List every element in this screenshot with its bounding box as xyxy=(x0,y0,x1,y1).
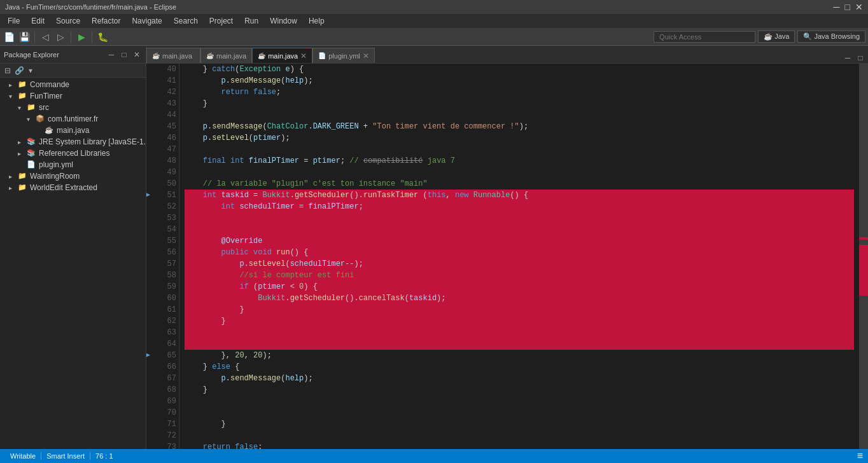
editor-minimize-button[interactable]: ─ xyxy=(843,53,853,63)
gutter-line-53 xyxy=(146,212,154,224)
line-num-71: 71 xyxy=(157,418,176,430)
sidebar-label-commande: Commande xyxy=(30,80,69,89)
code-line-40: } catch(Exception e) { xyxy=(185,64,854,75)
quick-access-input[interactable] xyxy=(654,31,755,43)
code-line-73: return false; xyxy=(185,441,854,449)
editor-maximize-button[interactable]: □ xyxy=(855,53,865,63)
menu-navigate[interactable]: Navigate xyxy=(127,15,167,27)
code-line-44 xyxy=(185,109,854,121)
sidebar-minimize-button[interactable]: ─ xyxy=(106,50,116,60)
sidebar-label-ref-libs: Referenced Libraries xyxy=(39,149,109,158)
lib-icon-ref: 📚 xyxy=(27,149,37,158)
toolbar-debug[interactable]: 🐛 xyxy=(96,31,109,43)
tab-plugin-yml[interactable]: 📄 plugin.yml ✕ xyxy=(312,48,375,63)
menu-project[interactable]: Project xyxy=(204,15,238,27)
toolbar-sep1 xyxy=(34,31,35,43)
toolbar-back[interactable]: ◁ xyxy=(39,31,52,43)
line-num-64: 64 xyxy=(157,338,176,350)
tab-java-icon-2: ☕ xyxy=(206,52,214,59)
gutter-line-67 xyxy=(146,373,154,384)
sidebar-item-plugin-yml[interactable]: 📄 plugin.yml xyxy=(0,159,146,170)
gutter-line-42 xyxy=(146,86,154,98)
tree-arrow-worldedit: ▸ xyxy=(9,184,18,191)
line-num-40: 40 xyxy=(157,64,176,75)
package-icon: 📦 xyxy=(36,114,46,123)
sidebar-item-commande[interactable]: ▸ 📁 Commande xyxy=(0,79,146,90)
toolbar-run[interactable]: ▶ xyxy=(75,31,88,43)
menu-window[interactable]: Window xyxy=(265,15,302,27)
line-num-66: 66 xyxy=(157,361,176,373)
line-num-61: 61 xyxy=(157,304,176,315)
tab-yml-icon: 📄 xyxy=(318,52,326,59)
code-line-47 xyxy=(185,144,854,155)
gutter-line-58 xyxy=(146,270,154,281)
sidebar-item-waiting-room[interactable]: ▸ 📁 WaintingRoom xyxy=(0,170,146,182)
line-num-67: 67 xyxy=(157,373,176,384)
sidebar-item-worldedit[interactable]: ▸ 📁 WorldEdit Extracted xyxy=(0,182,146,193)
toolbar-save[interactable]: 💾 xyxy=(18,31,31,43)
menu-run[interactable]: Run xyxy=(239,15,263,27)
sidebar-item-src[interactable]: ▾ 📁 src xyxy=(0,102,146,113)
tab-main-java-3[interactable]: ☕ main.java ✕ xyxy=(252,48,312,63)
sidebar-item-funtimer[interactable]: ▾ 📁 FunTimer xyxy=(0,90,146,102)
sidebar-label-plugin-yml: plugin.yml xyxy=(39,160,73,169)
gutter-line-48 xyxy=(146,155,154,167)
menu-search[interactable]: Search xyxy=(169,15,203,27)
code-content[interactable]: } catch(Exception e) { p.sendMessage(hel… xyxy=(179,64,859,449)
status-writable: Writable xyxy=(5,452,41,460)
close-button[interactable]: ✕ xyxy=(855,2,863,12)
gutter-line-46 xyxy=(146,132,154,144)
toolbar-forward[interactable]: ▷ xyxy=(54,31,67,43)
perspective-java-browsing[interactable]: 🔍 Java Browsing xyxy=(797,31,865,43)
sidebar-content: ▸ 📁 Commande ▾ 📁 FunTimer ▾ 📁 src ▾ 📦 co… xyxy=(0,78,146,449)
menu-help[interactable]: Help xyxy=(304,15,330,27)
minimize-button[interactable]: ─ xyxy=(834,2,840,12)
menu-source[interactable]: Source xyxy=(51,15,85,27)
window-controls[interactable]: ─ □ ✕ xyxy=(834,2,863,12)
toolbar: 📄 💾 ◁ ▷ ▶ 🐛 ☕ Java 🔍 Java Browsing xyxy=(0,28,868,46)
tree-arrow-jre: ▸ xyxy=(18,139,27,146)
code-line-45: p.sendMessage(ChatColor.DARK_GREEN + "To… xyxy=(185,121,854,132)
gutter-line-70 xyxy=(146,407,154,418)
menu-refactor[interactable]: Refactor xyxy=(87,15,125,27)
ruler-mark-selection-block xyxy=(859,245,868,296)
tab-main-java-2[interactable]: ☕ main.java xyxy=(200,48,252,63)
overview-ruler[interactable] xyxy=(859,64,868,449)
tab-close-3[interactable]: ✕ xyxy=(300,52,307,60)
code-line-49 xyxy=(185,167,854,178)
tree-arrow-commande: ▸ xyxy=(9,81,18,88)
gutter-line-69 xyxy=(146,396,154,407)
sidebar-link-with-editor[interactable]: 🔗 xyxy=(14,66,24,76)
code-line-71: } xyxy=(185,418,854,430)
menu-edit[interactable]: Edit xyxy=(26,15,50,27)
perspective-java[interactable]: ☕ Java xyxy=(758,31,795,43)
menu-file[interactable]: File xyxy=(3,15,25,27)
sidebar-item-ref-libs[interactable]: ▸ 📚 Referenced Libraries xyxy=(0,148,146,159)
sidebar-toolbar: ⊟ 🔗 ▾ xyxy=(0,64,146,78)
line-num-73: 73 xyxy=(157,441,176,449)
code-line-50: // la variable "plugin" c'est ton instan… xyxy=(185,178,854,190)
code-line-54 xyxy=(185,224,854,235)
gutter-line-63 xyxy=(146,327,154,338)
sidebar-item-package[interactable]: ▾ 📦 com.funtimer.fr xyxy=(0,113,146,125)
sidebar: Package Explorer ─ □ ✕ ⊟ 🔗 ▾ ▸ 📁 Command… xyxy=(0,46,146,449)
sidebar-item-jre[interactable]: ▸ 📚 JRE System Library [JavaSE-1.8] xyxy=(0,136,146,148)
code-line-59: if (ptimer < 0) { xyxy=(185,281,854,293)
toolbar-new[interactable]: 📄 xyxy=(3,31,15,43)
line-num-45: 45 xyxy=(157,121,176,132)
maximize-button[interactable]: □ xyxy=(845,2,850,12)
editor-area: ☕ main.java ☕ main.java ☕ main.java ✕ 📄 … xyxy=(146,46,868,449)
gutter-line-65: ▶ xyxy=(146,350,154,361)
tab-close-yml[interactable]: ✕ xyxy=(363,52,369,60)
code-editor[interactable]: ▶ ▶ xyxy=(146,64,868,449)
sidebar-item-main-java[interactable]: ☕ main.java xyxy=(0,125,146,136)
sidebar-close-button[interactable]: ✕ xyxy=(132,50,142,60)
tab-main-java-1[interactable]: ☕ main.java xyxy=(146,48,200,63)
sidebar-maximize-button[interactable]: □ xyxy=(119,50,129,60)
sidebar-collapse-all[interactable]: ⊟ xyxy=(3,66,13,76)
sidebar-view-menu[interactable]: ▾ xyxy=(25,66,36,76)
gutter-line-66 xyxy=(146,361,154,373)
gutter-line-62 xyxy=(146,315,154,327)
code-line-53 xyxy=(185,212,854,224)
status-right: ≡ xyxy=(857,450,863,462)
